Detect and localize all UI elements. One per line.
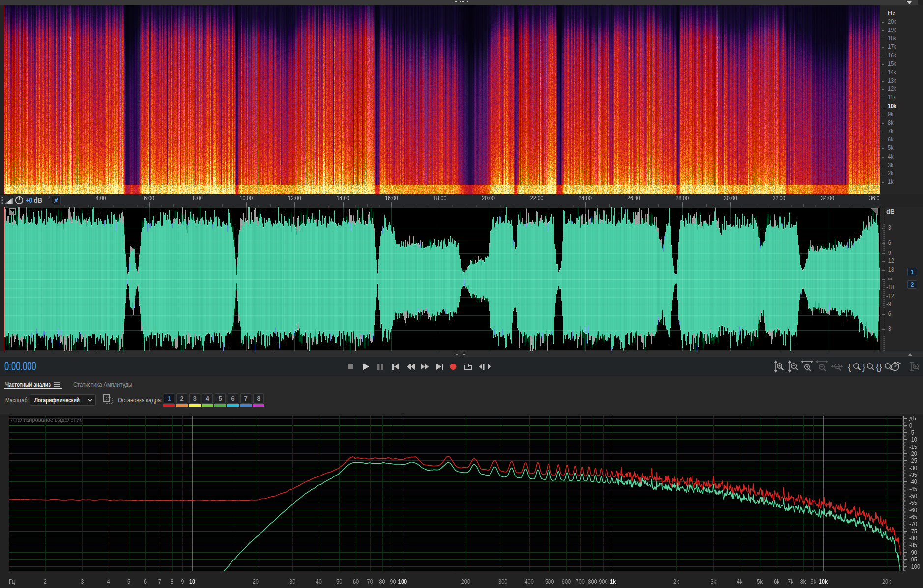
svg-text:{: { [848, 362, 851, 372]
svg-text:}: } [862, 362, 865, 372]
svg-text:{}: {} [876, 362, 882, 372]
